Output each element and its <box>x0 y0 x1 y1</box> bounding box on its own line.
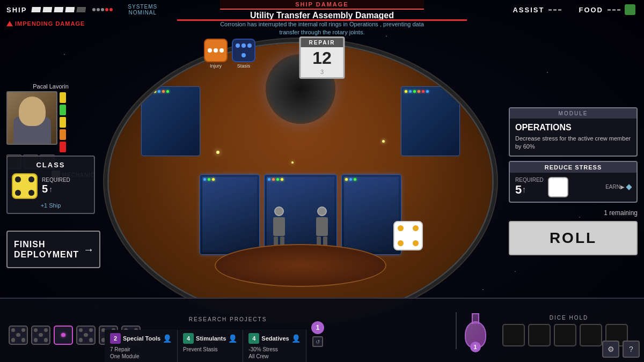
class-card: CLASS REQUIRED 5 ↑ +1 Ship <box>6 156 95 214</box>
main-viewport <box>107 42 494 321</box>
injury-label: Injury <box>210 63 222 69</box>
dice-hold-title: DICE HOLD <box>502 315 635 321</box>
food-dot-3 <box>617 9 620 11</box>
triangle-icon <box>6 21 13 26</box>
settings-icon[interactable]: ⚙ <box>602 341 619 358</box>
figure-body-2 <box>316 217 328 236</box>
food-dot-2 <box>612 9 616 11</box>
right-panel-lights <box>405 90 456 93</box>
ship-health-bars <box>31 7 86 12</box>
ship-dot-red2 <box>109 8 113 11</box>
char-stats <box>60 91 66 152</box>
person-icon-2: 👤 <box>228 334 237 343</box>
bottom-right-icons: ⚙ ? <box>602 341 640 358</box>
class-value: 5 ↑ <box>42 183 70 195</box>
class-title: CLASS <box>12 161 90 169</box>
stat-bar-5 <box>60 142 66 152</box>
injury-die <box>204 39 228 62</box>
help-icon[interactable]: ? <box>623 341 640 358</box>
class-required-label: REQUIRED <box>42 177 70 183</box>
injury-die-group: Injury <box>204 39 228 69</box>
reduce-stress-card: REDUCE STRESS REQUIRED 5 ↑ EARN▶ <box>509 161 638 203</box>
right-panel: MODULE OPERATIONS Decrease stress for th… <box>509 107 638 255</box>
tool-effect-2: Prevent Stasis <box>183 346 237 353</box>
tool-name-2: Stimulants <box>196 335 226 342</box>
module-body: OPERATIONS Decrease stress for the activ… <box>510 119 636 156</box>
rs-req-group: REQUIRED 5 ↑ <box>515 177 544 197</box>
flask-reset-icon[interactable]: ↺ <box>312 336 323 347</box>
stat-bar-2 <box>60 105 66 115</box>
stat-bar-1 <box>60 92 66 103</box>
finish-label: FINISHDEPLOYMENT <box>14 239 79 260</box>
rs-value: 5 ↑ <box>515 183 544 197</box>
systems-value: NOMINAL <box>128 10 157 16</box>
food-label: FOOD <box>579 6 603 14</box>
right-monitor <box>401 86 460 156</box>
tool-name-3: Sedatives <box>261 335 289 342</box>
health-bar-2 <box>42 7 52 12</box>
research-die-2 <box>31 326 50 345</box>
figure-head-1 <box>274 206 284 216</box>
floor-platform <box>215 244 386 287</box>
c2-lights <box>268 178 333 181</box>
research-die-3 <box>54 326 73 345</box>
assist-section: ASSIST <box>504 4 570 16</box>
ship-damage-header: SHIP DAMAGE Utility Transfer Assembly Da… <box>220 0 424 37</box>
rs-required-label: REQUIRED <box>515 177 544 183</box>
rs-arrow: ↑ <box>522 185 526 195</box>
tool-badge-1: 2 <box>110 333 121 344</box>
assist-dot-1 <box>548 9 552 11</box>
class-requirement: REQUIRED 5 ↑ <box>42 177 70 195</box>
hold-slot-1 <box>502 324 525 346</box>
damage-desc-text1: Corrosion has interrupted the internal r… <box>220 21 348 27</box>
food-dot-1 <box>608 9 611 11</box>
flask: 1 <box>463 313 487 348</box>
assist-dot-2 <box>553 9 557 11</box>
roll-button[interactable]: ROLL <box>509 221 638 255</box>
research-die-1 <box>9 326 28 345</box>
tool-card-2: 4 Stimulants 👤 Prevent Stasis <box>178 330 243 362</box>
food-section: FOOD <box>570 2 644 17</box>
stasis-label: Stasis <box>237 63 251 69</box>
rs-die-slot <box>548 177 568 197</box>
viewport-inner <box>109 43 492 319</box>
figure-2 <box>311 206 333 244</box>
left-monitor <box>141 86 200 156</box>
portrait-head <box>19 97 46 126</box>
tool-name-1: Special Tools <box>123 335 160 342</box>
spark-2 <box>291 161 294 164</box>
tool-badge-3: 4 <box>248 333 259 344</box>
tool-card-3: 4 Sedatives 👤 -30% StressAll Crew <box>243 330 306 362</box>
tool-card-3-header: 4 Sedatives 👤 <box>248 333 300 344</box>
food-dots <box>608 9 620 11</box>
rs-header: REDUCE STRESS <box>510 162 636 173</box>
char-portrait-area <box>6 91 95 152</box>
assist-dots <box>548 9 561 11</box>
class-arrow: ↑ <box>49 185 53 194</box>
repair-label: REPAIR <box>301 38 343 47</box>
impending-damage: IMPENDING DAMAGE <box>6 20 85 27</box>
tool-card-1-header: 2 Special Tools 👤 <box>110 333 172 344</box>
repair-number: 12 <box>301 47 343 69</box>
ship-dot-red <box>105 8 108 11</box>
person-icon-3: 👤 <box>291 334 301 343</box>
research-die-4 <box>76 326 96 345</box>
tool-card-1: 2 Special Tools 👤 7 RepairOne Module <box>105 330 178 362</box>
c1-lights <box>203 178 256 181</box>
left-panel-lights <box>145 90 196 93</box>
stat-bar-3 <box>60 117 66 128</box>
hold-slot-3 <box>554 324 576 346</box>
finish-deployment-button[interactable]: FINISHDEPLOYMENT → <box>6 231 100 268</box>
tool-effect-1: 7 RepairOne Module <box>110 346 172 360</box>
tool-card-2-header: 4 Stimulants 👤 <box>183 333 237 344</box>
tool-cards: 2 Special Tools 👤 7 RepairOne Module 4 S… <box>105 330 306 362</box>
class-dice-area: REQUIRED 5 ↑ <box>12 173 90 199</box>
finish-arrow-icon: → <box>83 243 94 256</box>
rs-body: REQUIRED 5 ↑ EARN▶ <box>510 173 636 202</box>
hold-slot-2 <box>528 324 551 346</box>
class-die <box>12 173 38 199</box>
figures-group <box>268 206 333 244</box>
impending-text: IMPENDING DAMAGE <box>15 20 85 27</box>
ship-dot-3 <box>101 8 104 11</box>
char-name: Pacal Lavorin <box>6 83 95 90</box>
